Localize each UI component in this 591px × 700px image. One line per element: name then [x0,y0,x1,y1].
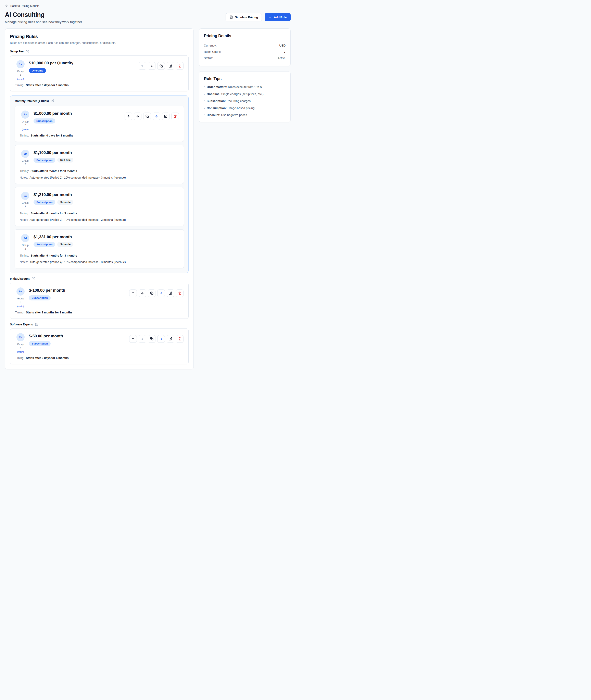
move-to-group-button[interactable] [153,113,160,120]
delete-rule-button[interactable] [176,62,184,70]
duplicate-button[interactable] [143,113,151,120]
tip-label: Subscription: [207,99,225,102]
move-up-button[interactable] [139,62,146,70]
rule-amount: $10,000.00 per Quantity [29,61,135,65]
currency-label: Currency: [204,44,217,47]
timing-value: Starts after 0 days for 6 months [26,356,68,360]
notes-label: Notes: [20,176,28,179]
arrow-up-icon [131,337,135,341]
rule-info: $10,000.00 per Quantity One-time [29,60,135,73]
rule-amount: $1,100.00 per month [34,150,179,155]
pricing-details-card: Pricing Details Currency: USD Rules Coun… [199,28,290,66]
back-link[interactable]: Back to Pricing Models [5,4,39,7]
rule-group-label: Group 4 [17,343,24,350]
sub-rule-badge: Sub-rule [57,242,73,247]
section-name: Setup Fee [10,50,23,53]
timing-value: Starts after 0 days for 1 months [26,83,68,87]
trash-icon [174,115,177,118]
simulate-pricing-label: Simulate Pricing [235,16,258,19]
arrow-down-icon [141,337,144,341]
arrow-up-icon [141,64,144,68]
rule-group-monthly-retainer: MonthlyRetainer (4 rules) 2a Group 2 [10,95,189,273]
page-header: AI Consulting Manage pricing rules and s… [5,11,290,24]
delete-rule-button[interactable] [171,113,179,120]
move-down-button[interactable] [139,335,146,343]
timing-label: Timing: [20,212,29,215]
move-up-button[interactable] [129,335,137,343]
move-down-button[interactable] [134,113,141,120]
arrow-down-icon [141,291,144,295]
edit-rule-button[interactable] [162,113,170,120]
edit-section-icon[interactable] [35,323,38,326]
timing-value: Starts after 0 days for 3 months [30,134,73,137]
arrow-down-icon [136,115,139,118]
rule-timing-row: Timing: Starts after 6 months for 3 mont… [20,212,179,215]
rule-notes-row: Notes: Auto-generated (Period 3): 10% co… [20,218,179,221]
section-label-monthly-retainer: MonthlyRetainer (4 rules) [15,99,184,102]
move-to-group-button[interactable] [157,289,165,297]
rule-info: $1,210.00 per month Subscription Sub-rul… [34,191,179,205]
delete-rule-button[interactable] [176,335,184,343]
move-up-button[interactable] [125,113,132,120]
edit-icon [164,115,168,118]
edit-rule-button[interactable] [167,289,174,297]
add-rule-button[interactable]: Add Rule [265,13,290,21]
rule-timing-row: Timing: Starts after 0 days for 1 months [15,83,184,87]
edit-section-icon[interactable] [26,50,29,53]
timing-label: Timing: [15,83,24,87]
move-down-button[interactable] [139,289,146,297]
rule-type-badge: One-time [29,68,46,73]
rule-group-label: Group 2 [22,201,28,208]
notes-value: Auto-generated (Period 3): 10% compounde… [29,218,126,221]
tip-text: Usage-based pricing [227,107,254,110]
rule-main-tag: (main) [17,305,24,307]
arrow-right-icon [159,291,163,295]
calculator-icon [229,15,233,19]
rule-card-2b: 2b Group 2 $1,100.00 per month Subscript… [15,145,184,184]
notes-value: Auto-generated (Period 2): 10% compounde… [29,176,126,179]
duplicate-button[interactable] [157,62,165,70]
tip-text: Single charges (setup fees, etc.) [221,92,264,96]
edit-section-icon[interactable] [51,99,54,102]
rule-info: $1,000.00 per month Subscription [34,110,121,124]
header-actions: Simulate Pricing Add Rule [225,13,290,21]
edit-rule-button[interactable] [167,62,174,70]
page-title: AI Consulting [5,11,82,18]
tip-label: Order matters: [207,85,227,88]
sub-rule-badge: Sub-rule [57,158,73,163]
tip-item: •Order matters: Rules execute from 1 to … [204,85,285,89]
status-label: Status: [204,57,213,60]
duplicate-button[interactable] [148,335,155,343]
rule-id-badge: 7a [16,333,24,341]
edit-section-icon[interactable] [32,277,35,280]
rule-actions [125,113,179,120]
rule-group-label: Group 2 [22,159,28,166]
simulate-pricing-button[interactable]: Simulate Pricing [225,13,262,21]
rule-id-badge: 1a [16,60,24,68]
rule-amount: $1,331.00 per month [34,235,179,239]
duplicate-button[interactable] [148,289,155,297]
rule-id-badge: 6a [16,287,24,295]
tip-item: •One-time: Single charges (setup fees, e… [204,92,285,96]
edit-rule-button[interactable] [167,335,174,343]
delete-rule-button[interactable] [176,289,184,297]
section-name: InitialDiscount [10,277,29,280]
tip-item: •Subscription: Recurring charges [204,99,285,103]
section-label-initial-discount: InitialDiscount [10,277,189,280]
rule-timing-row: Timing: Starts after 1 months for 1 mont… [15,311,184,314]
add-rule-label: Add Rule [274,16,287,19]
move-to-group-button[interactable] [157,335,165,343]
move-up-button[interactable] [129,289,137,297]
copy-icon [150,337,153,340]
rule-card-2c: 2c Group 2 $1,210.00 per month Subscript… [15,187,184,226]
rule-actions [139,62,184,70]
rule-badge-column: 2c Group 2 [20,192,31,208]
move-down-button[interactable] [148,62,155,70]
rule-id-badge: 2b [21,150,29,158]
rule-type-badge: Subscription [29,341,51,346]
section-label-setup-fee: Setup Fee [10,50,189,53]
arrow-left-icon [5,4,8,7]
copy-icon [159,64,163,68]
pricing-rules-title: Pricing Rules [10,34,189,39]
rule-info: $-100.00 per month Subscription [29,287,126,300]
